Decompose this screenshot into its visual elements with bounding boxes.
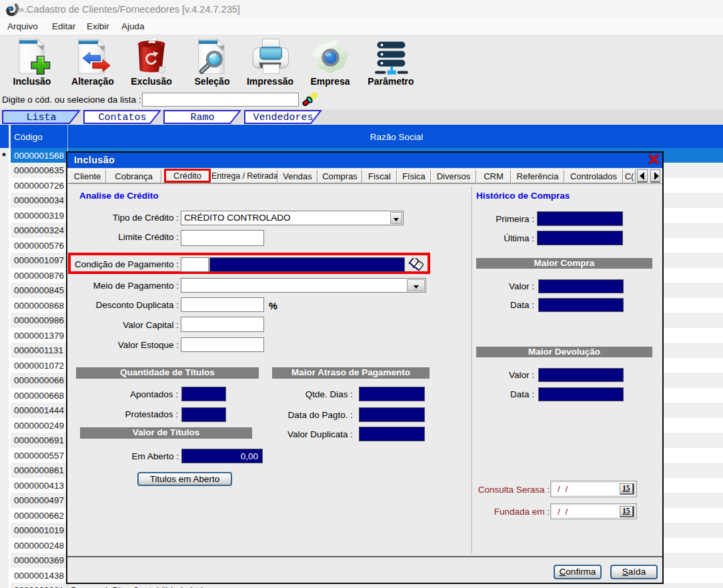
svg-text:Lista: Lista xyxy=(26,112,56,123)
svg-text:Ramo: Ramo xyxy=(190,112,214,123)
svg-text:Vendedores: Vendedores xyxy=(253,112,313,123)
svg-text:Contatos: Contatos xyxy=(98,112,146,123)
